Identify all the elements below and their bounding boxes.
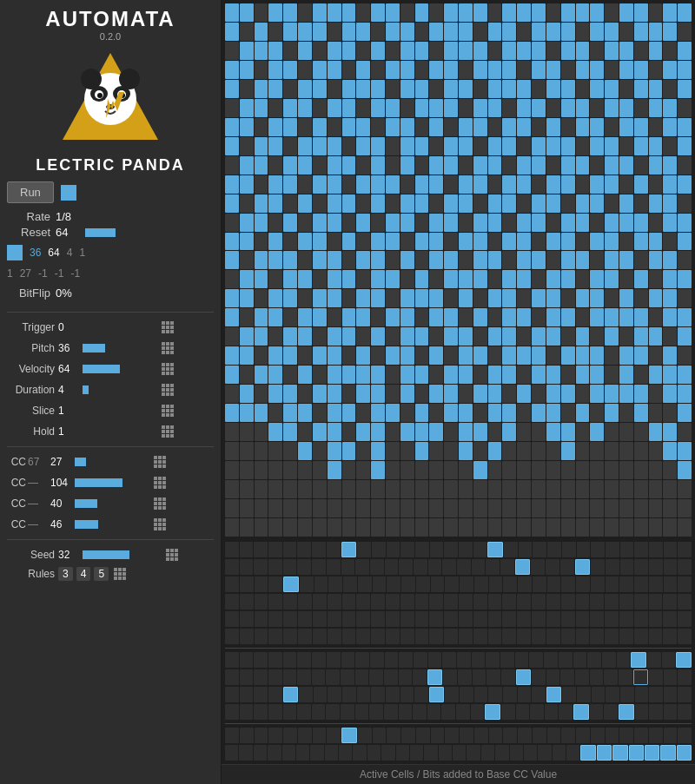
seq-cell[interactable] xyxy=(424,745,437,761)
seq-grid-icon-hold[interactable] xyxy=(160,424,175,439)
seq-cell[interactable] xyxy=(605,629,619,644)
grid-cell[interactable] xyxy=(546,366,560,384)
seq-cell[interactable] xyxy=(649,669,663,685)
grid-cell[interactable] xyxy=(342,366,356,384)
grid-cell[interactable] xyxy=(415,99,429,117)
grid-cell[interactable] xyxy=(356,194,370,213)
seq-cell[interactable] xyxy=(562,687,576,702)
grid-cell[interactable] xyxy=(619,404,633,422)
grid-cell[interactable] xyxy=(283,346,297,365)
seq-cell[interactable] xyxy=(298,629,312,644)
grid-cell[interactable] xyxy=(313,156,327,175)
grid-cell[interactable] xyxy=(356,442,370,460)
seq-cell[interactable] xyxy=(645,745,659,761)
grid-cell[interactable] xyxy=(590,156,604,175)
grid-cell[interactable] xyxy=(502,327,516,346)
grid-cell[interactable] xyxy=(619,442,633,460)
grid-cell[interactable] xyxy=(444,194,458,213)
grid-cell[interactable] xyxy=(240,499,254,517)
seq-cell[interactable] xyxy=(296,745,309,761)
grid-cell[interactable] xyxy=(371,214,385,232)
grid-cell[interactable] xyxy=(255,404,268,422)
grid-cell[interactable] xyxy=(415,80,429,98)
grid-cell[interactable] xyxy=(649,461,663,479)
grid-cell[interactable] xyxy=(255,80,268,98)
grid-cell[interactable] xyxy=(313,233,327,251)
grid-cell[interactable] xyxy=(517,499,531,517)
grid-cell[interactable] xyxy=(371,346,385,365)
grid-cell[interactable] xyxy=(255,175,268,194)
grid-cell[interactable] xyxy=(663,442,677,460)
grid-cell[interactable] xyxy=(386,346,400,365)
grid-cell[interactable] xyxy=(313,80,327,98)
seq-cell[interactable] xyxy=(456,704,470,720)
seq-cell[interactable] xyxy=(561,629,575,644)
grid-cell[interactable] xyxy=(619,175,633,194)
grid-cell[interactable] xyxy=(605,270,619,288)
seq-cell[interactable] xyxy=(678,669,692,685)
grid-cell[interactable] xyxy=(283,61,297,79)
seq-cell[interactable] xyxy=(664,704,678,720)
grid-cell[interactable] xyxy=(561,518,575,537)
grid-cell[interactable] xyxy=(649,251,663,269)
grid-cell[interactable] xyxy=(649,194,663,213)
grid-cell[interactable] xyxy=(561,251,575,269)
seq-cell[interactable] xyxy=(547,542,561,557)
grid-cell[interactable] xyxy=(459,99,473,117)
grid-cell[interactable] xyxy=(400,289,414,307)
grid-cell[interactable] xyxy=(561,156,575,175)
seq-cell[interactable] xyxy=(457,652,471,668)
grid-cell[interactable] xyxy=(298,442,312,460)
seq-cell[interactable] xyxy=(587,652,601,668)
grid-cell[interactable] xyxy=(356,118,370,136)
grid-cell[interactable] xyxy=(473,442,487,460)
grid-cell[interactable] xyxy=(561,61,575,79)
grid-cell[interactable] xyxy=(459,251,473,269)
grid-cell[interactable] xyxy=(561,233,575,251)
seq-cell[interactable] xyxy=(401,728,415,743)
grid-cell[interactable] xyxy=(283,366,297,384)
seq-cell[interactable] xyxy=(400,542,414,557)
grid-cell[interactable] xyxy=(532,251,546,269)
grid-cell[interactable] xyxy=(649,308,663,326)
seq-slider-hold[interactable] xyxy=(83,427,156,436)
seq-cell[interactable] xyxy=(620,559,634,575)
grid-cell[interactable] xyxy=(356,308,370,326)
seq-cell[interactable] xyxy=(427,669,443,685)
grid-cell[interactable] xyxy=(342,80,356,98)
grid-cell[interactable] xyxy=(663,270,677,288)
grid-cell[interactable] xyxy=(590,327,604,346)
grid-cell[interactable] xyxy=(444,308,458,326)
seq-cell[interactable] xyxy=(414,559,427,575)
grid-cell[interactable] xyxy=(400,404,414,422)
grid-cell[interactable] xyxy=(225,461,239,479)
grid-cell[interactable] xyxy=(678,99,692,117)
seq-cell[interactable] xyxy=(445,728,459,743)
grid-cell[interactable] xyxy=(255,42,268,60)
seq-cell[interactable] xyxy=(268,704,282,720)
seq-cell[interactable] xyxy=(283,669,297,685)
seq-cell[interactable] xyxy=(310,745,323,761)
grid-cell[interactable] xyxy=(313,214,327,232)
grid-cell[interactable] xyxy=(328,308,341,326)
grid-cell[interactable] xyxy=(400,346,414,365)
seq-cell[interactable] xyxy=(561,594,575,609)
grid-cell[interactable] xyxy=(488,499,502,517)
seq-cell[interactable] xyxy=(268,611,282,627)
grid-cell[interactable] xyxy=(590,423,604,441)
grid-cell[interactable] xyxy=(517,385,531,403)
grid-cell[interactable] xyxy=(283,194,297,213)
grid-cell[interactable] xyxy=(634,518,648,537)
seq-cell[interactable] xyxy=(590,629,604,644)
seq-cell[interactable] xyxy=(414,687,428,702)
seq-cell[interactable] xyxy=(372,542,386,557)
seq-cell[interactable] xyxy=(326,704,340,720)
grid-cell[interactable] xyxy=(415,346,429,365)
seq-cell[interactable] xyxy=(602,652,616,668)
grid-cell[interactable] xyxy=(429,366,443,384)
grid-cell[interactable] xyxy=(298,366,312,384)
grid-cell[interactable] xyxy=(225,80,239,98)
seq-cell[interactable] xyxy=(444,542,458,557)
grid-cell[interactable] xyxy=(225,214,239,232)
grid-cell[interactable] xyxy=(313,461,327,479)
